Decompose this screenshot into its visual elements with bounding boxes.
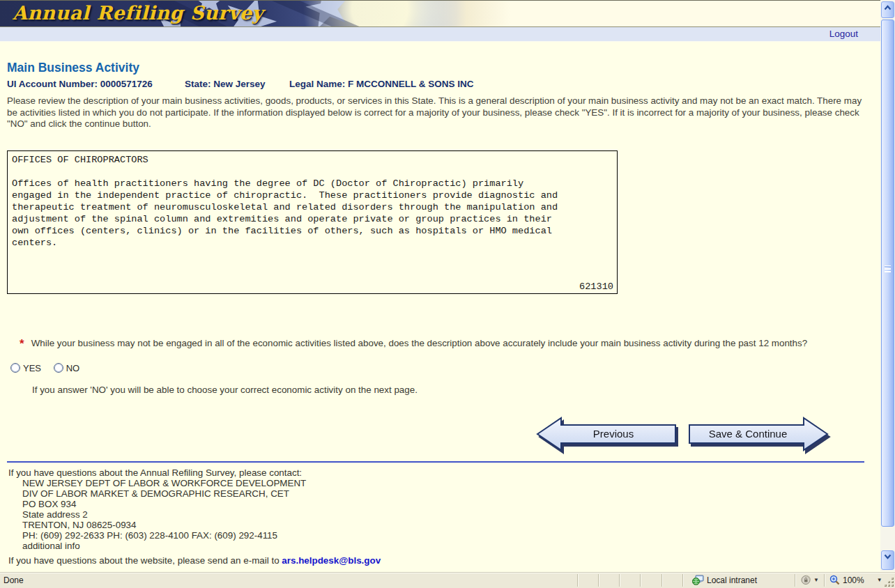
contact-intro: If you have questions about the Annual R…	[8, 467, 306, 478]
zoom-dropdown-caret: ▼	[877, 577, 882, 583]
scrollbar-thumb[interactable]	[881, 20, 894, 527]
save-continue-button[interactable]: Save & Continue	[687, 415, 829, 456]
account-state: State: New Jersey	[185, 79, 266, 89]
contact-block: If you have questions about the Annual R…	[8, 467, 306, 551]
account-info-row: UI Account Number: 0000571726 State: New…	[7, 79, 843, 90]
app-banner: Annual Refiling Survey	[0, 0, 880, 27]
radio-yes[interactable]	[10, 363, 20, 373]
zoom-control[interactable]: 100% ▼	[829, 575, 882, 585]
security-dropdown-caret: ▼	[813, 577, 819, 583]
contact-line: PO BOX 934	[8, 499, 306, 509]
previous-button[interactable]: Previous	[535, 415, 678, 456]
page-title: Main Business Activity	[7, 61, 139, 75]
website-help-line: If you have questions about the website,…	[8, 555, 381, 566]
radio-yes-label[interactable]: YES	[23, 363, 41, 373]
security-zone-indicator: Local intranet	[692, 575, 757, 585]
previous-button-label: Previous	[593, 428, 634, 440]
footer-divider	[7, 461, 864, 463]
zone-label: Local intranet	[707, 575, 757, 585]
confirmation-question: *While your business may not be engaged …	[20, 337, 866, 351]
local-intranet-icon	[692, 575, 704, 585]
security-report-control[interactable]: ▼	[800, 575, 819, 585]
security-report-icon	[800, 575, 811, 585]
contact-line: State address 2	[8, 509, 306, 520]
chevron-down-icon	[884, 554, 892, 559]
app-title: Annual Refiling Survey	[13, 2, 263, 24]
scroll-down-button[interactable]	[881, 550, 894, 570]
business-description-box: OFFICES OF CHIROPRACTORS Offices of heal…	[7, 150, 618, 294]
zoom-icon	[829, 575, 840, 585]
business-description-text: OFFICES OF CHIROPRACTORS Offices of heal…	[12, 154, 613, 249]
question-text: While your business may not be engaged i…	[31, 338, 808, 348]
instructions-paragraph: Please review the description of your ma…	[7, 95, 870, 130]
answer-options: YES NO	[10, 363, 89, 374]
website-help-text: If you have questions about the website,…	[8, 555, 282, 566]
contact-line: DIV OF LABOR MARKET & DEMOGRAPHIC RESEAR…	[8, 488, 306, 499]
browser-status-bar: Done Local intranet ▼	[0, 572, 895, 588]
window-resize-grip[interactable]	[884, 577, 894, 587]
save-continue-button-label: Save & Continue	[709, 428, 788, 440]
contact-line: NEW JERSEY DEPT OF LABOR & WORKFORCE DEV…	[8, 478, 306, 488]
required-asterisk: *	[20, 337, 31, 350]
contact-line: PH: (609) 292-2633 PH: (603) 228-4100 FA…	[8, 530, 306, 541]
contact-line: additional info	[8, 541, 306, 551]
helpdesk-email-link[interactable]: ars.helpdesk@bls.gov	[282, 555, 381, 566]
contact-line: TRENTON, NJ 08625-0934	[8, 520, 306, 530]
navigation-buttons: Previous Save & Continue	[0, 415, 880, 457]
chevron-up-icon	[884, 5, 892, 10]
status-text: Done	[3, 575, 24, 585]
naics-code: 621310	[579, 281, 613, 292]
scroll-up-button[interactable]	[881, 1, 894, 18]
browser-viewport: Annual Refiling Survey Logout Main Busin…	[0, 0, 895, 588]
radio-no[interactable]	[54, 363, 63, 373]
top-nav-bar: Logout	[0, 27, 880, 42]
ui-account-number: UI Account Number: 0000571726	[7, 79, 153, 89]
account-legal-name: Legal Name: F MCCONNELL & SONS INC	[289, 79, 474, 89]
vertical-scrollbar[interactable]	[880, 0, 895, 571]
no-answer-note: If you answer 'NO' you will be able to c…	[32, 385, 418, 395]
main-content: Main Business Activity UI Account Number…	[0, 42, 880, 571]
scrollbar-thumb-grip	[885, 265, 891, 267]
zoom-level: 100%	[843, 575, 864, 585]
logout-link[interactable]: Logout	[829, 29, 858, 39]
radio-no-label[interactable]: NO	[66, 363, 80, 373]
